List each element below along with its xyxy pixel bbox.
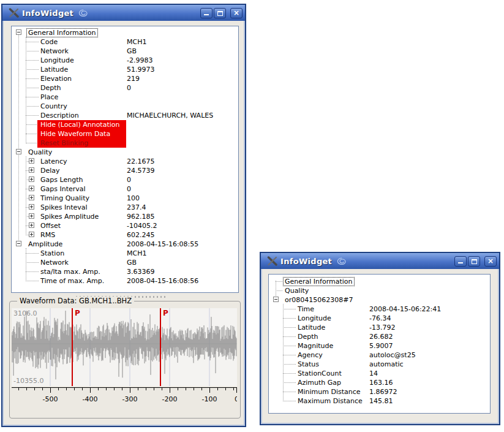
tree-item-label: Quality: [285, 286, 309, 295]
expand-plus-icon[interactable]: [29, 186, 34, 191]
tree-row[interactable]: Country: [12, 102, 238, 111]
expand-plus-icon[interactable]: [29, 204, 34, 210]
collapse-minus-icon[interactable]: [16, 241, 21, 246]
tree-row[interactable]: StationMCH1: [12, 249, 238, 258]
close-button[interactable]: ×: [230, 8, 243, 18]
tree-row[interactable]: Magnitude5.9007: [269, 341, 490, 351]
tree-row[interactable]: CodeMCH1: [12, 37, 238, 47]
tree-item-value: 1.86972: [369, 387, 397, 396]
origin-info-tree: General InformationQualityor080415062308…: [268, 274, 491, 414]
axis-minor-tick: [201, 388, 202, 390]
tree-item-value: 0: [127, 83, 131, 93]
tree-row[interactable]: Depth26.682: [269, 332, 490, 341]
tree-item-value: GB: [127, 258, 137, 267]
tree-row[interactable]: General Information: [12, 28, 238, 37]
tree-item-label: Description: [40, 111, 79, 120]
expand-plus-icon[interactable]: [29, 232, 34, 237]
tree-row[interactable]: Maximum Distance145.81: [269, 396, 490, 406]
tree-item-label: Depth: [40, 83, 61, 93]
tree-row[interactable]: Place: [12, 93, 238, 102]
tree-connector-stub: [283, 364, 296, 365]
tree-row[interactable]: DescriptionMICHAELCHURCH, WALES: [12, 111, 238, 120]
close-icon: ×: [233, 9, 239, 17]
maximize-button[interactable]: [214, 8, 226, 18]
tree-connector-stub: [283, 336, 296, 337]
axis-tick-label: -100: [202, 395, 217, 403]
tree-row[interactable]: General Information: [269, 277, 490, 286]
collapse-minus-icon[interactable]: [16, 149, 21, 154]
tree-row[interactable]: Latitude51.9973: [12, 65, 238, 74]
expand-plus-icon[interactable]: [29, 213, 34, 219]
axis-minor-tick: [106, 388, 107, 390]
tree-row[interactable]: Latency22.1675: [12, 157, 238, 166]
tree-connector-stub: [26, 134, 37, 134]
tree-row[interactable]: Time of max. Amp.2008-04-15-16:08:56: [12, 276, 238, 286]
tree-item-label: Spikes Inteval: [40, 203, 88, 212]
tree-row[interactable]: Depth0: [12, 83, 238, 93]
action-item[interactable]: Reset Blinking: [37, 138, 126, 148]
tree-row[interactable]: Offset-10405.2: [12, 221, 238, 230]
tree-item-value: 5.9007: [369, 341, 393, 351]
titlebar[interactable]: InfoWidget ×: [261, 253, 499, 269]
minimize-button[interactable]: [200, 8, 213, 18]
maximize-button[interactable]: [468, 256, 480, 267]
tree-item-value: 2008-04-15-16:08:56: [127, 276, 198, 286]
tree-row[interactable]: Time2008-04-15-06:22:41: [269, 305, 490, 314]
tree-row[interactable]: Spikes Amplitude962.185: [12, 212, 238, 221]
tree-item-label: Delay: [40, 166, 60, 175]
tree-row[interactable]: StationCount14: [269, 369, 490, 378]
tree-connector-stub: [26, 281, 39, 281]
tree-row[interactable]: Elevation219: [12, 74, 238, 83]
tree-item-value: MICHAELCHURCH, WALES: [127, 111, 213, 120]
tree-row[interactable]: Delay24.5739: [12, 166, 238, 175]
titlebar[interactable]: InfoWidget ×: [2, 5, 245, 21]
tree-row[interactable]: Statusautomatic: [269, 360, 490, 369]
action-item[interactable]: Hide Waveform Data: [37, 129, 126, 138]
tree-row[interactable]: Longitude-2.9983: [12, 56, 238, 65]
tree-item-value: MCH1: [127, 249, 146, 258]
action-item[interactable]: Hide (Local) Annotation: [37, 120, 126, 129]
tree-item-label: Agency: [298, 351, 323, 360]
tree-row[interactable]: Minimum Distance1.86972: [269, 387, 490, 396]
tree-item-value: 2008-04-15-16:08:55: [127, 240, 198, 249]
info-widget-window-origin: InfoWidget × General InformationQualityo…: [260, 252, 500, 425]
tree-row[interactable]: Amplitude2008-04-15-16:08:55: [12, 240, 238, 249]
tree-item-label: Minimum Distance: [298, 387, 361, 396]
expand-plus-icon[interactable]: [29, 158, 34, 164]
tree-row[interactable]: Hide (Local) Annotation: [12, 120, 238, 129]
expand-plus-icon[interactable]: [29, 195, 34, 200]
tree-row[interactable]: Gaps Length0: [12, 175, 238, 184]
axis-tick-label: -400: [83, 395, 98, 403]
tree-item-label: Station: [40, 249, 64, 258]
tree-row[interactable]: Agencyautoloc@st25: [269, 351, 490, 360]
tree-row[interactable]: Gaps Interval0: [12, 184, 238, 194]
tree-row[interactable]: RMS602.245: [12, 230, 238, 240]
tree-item-label: Code: [40, 37, 58, 47]
collapse-minus-icon[interactable]: [273, 297, 279, 302]
tree-row[interactable]: Hide Waveform Data: [12, 129, 238, 138]
expand-plus-icon[interactable]: [29, 167, 34, 173]
tree-row[interactable]: sta/lta max. Amp.3.63369: [12, 267, 238, 276]
minimize-button[interactable]: [454, 256, 467, 267]
tree-connector-stub: [26, 97, 39, 97]
tree-row[interactable]: Longitude-76.34: [269, 314, 490, 323]
tree-row[interactable]: Quality: [269, 286, 490, 295]
tree-row[interactable]: Reset Blinking: [12, 138, 238, 148]
close-button[interactable]: ×: [484, 256, 497, 267]
collapse-minus-icon[interactable]: [16, 29, 21, 35]
tree-row[interactable]: Timing Quality100: [12, 194, 238, 203]
axis-minor-tick: [98, 388, 99, 390]
tree-row[interactable]: Spikes Inteval237.4: [12, 203, 238, 212]
tree-row[interactable]: Latitude-13.792: [269, 323, 490, 332]
tree-row[interactable]: Quality: [12, 148, 238, 157]
tree-row[interactable]: NetworkGB: [12, 258, 238, 267]
axis-minor-tick: [82, 388, 83, 390]
tree-item-value: 0: [127, 184, 131, 194]
tree-connector-stub: [26, 115, 39, 116]
expand-plus-icon[interactable]: [29, 222, 34, 228]
tree-row[interactable]: NetworkGB: [12, 47, 238, 56]
tree-row[interactable]: Azimuth Gap163.16: [269, 378, 490, 387]
tree-row[interactable]: or080415062308#7: [269, 295, 490, 305]
expand-plus-icon[interactable]: [29, 176, 34, 182]
axis-minor-tick: [42, 388, 43, 390]
